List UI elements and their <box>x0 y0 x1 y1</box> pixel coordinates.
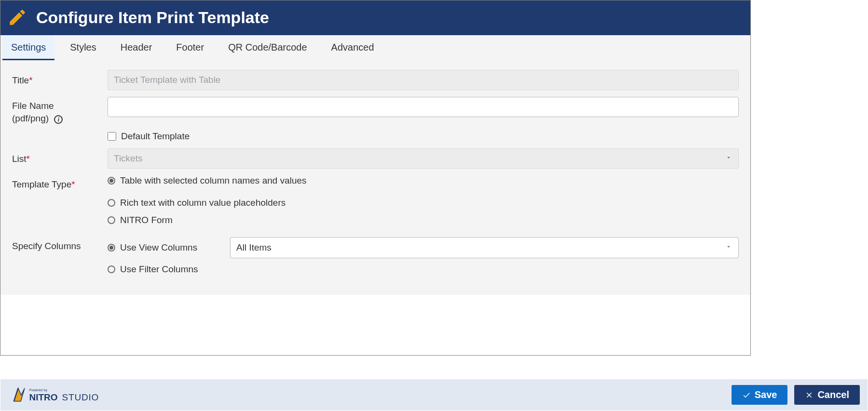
tab-bar: Settings Styles Header Footer QR Code/Ba… <box>0 35 750 60</box>
radio-icon <box>108 265 115 273</box>
tab-styles[interactable]: Styles <box>61 35 105 60</box>
sc-option-label: Use Filter Columns <box>120 264 198 275</box>
pencil-icon <box>7 7 27 27</box>
required-marker: * <box>29 75 32 85</box>
label-filename: File Name (pdf/png) i <box>12 97 108 124</box>
tab-footer[interactable]: Footer <box>167 35 213 60</box>
tt-option-label: Rich text with column value placeholders <box>120 198 285 208</box>
row-template-type: Template Type* Table with selected colum… <box>12 175 739 230</box>
label-filename-l2: (pdf/png) <box>12 113 49 123</box>
label-specify-columns: Specify Columns <box>12 237 108 252</box>
default-template-input[interactable] <box>108 132 116 141</box>
label-template-type: Template Type* <box>12 175 108 191</box>
dialog-header: Configure Item Print Template <box>0 0 750 35</box>
tt-option-table[interactable]: Table with selected column names and val… <box>108 175 739 186</box>
sc-option-filter[interactable]: Use Filter Columns <box>108 264 739 275</box>
label-title-text: Title <box>12 75 29 85</box>
radio-icon <box>108 177 115 185</box>
required-marker: * <box>27 154 30 164</box>
tab-qrcode[interactable]: QR Code/Barcode <box>219 35 315 60</box>
radio-icon <box>108 199 115 207</box>
required-marker: * <box>71 179 75 189</box>
default-template-checkbox[interactable]: Default Template <box>108 131 739 142</box>
tab-advanced[interactable]: Advanced <box>323 35 383 60</box>
row-title: Title* <box>12 70 739 90</box>
view-columns-select[interactable]: All Items <box>230 237 739 258</box>
label-filename-l1: File Name <box>12 101 54 111</box>
tab-header[interactable]: Header <box>112 35 161 60</box>
row-default-template: Default Template <box>12 131 739 142</box>
info-icon[interactable]: i <box>54 115 63 124</box>
tab-settings[interactable]: Settings <box>2 35 54 60</box>
radio-icon <box>108 244 115 252</box>
filename-input[interactable] <box>108 97 739 117</box>
page-title: Configure Item Print Template <box>36 8 269 27</box>
tt-option-label: NITRO Form <box>120 215 173 225</box>
sc-option-view[interactable]: Use View Columns <box>108 242 219 253</box>
default-template-label: Default Template <box>121 131 190 142</box>
settings-panel: Title* File Name (pdf/png) i Default Tem… <box>0 60 750 295</box>
tt-option-richtext[interactable]: Rich text with column value placeholders <box>108 198 739 208</box>
radio-icon <box>108 216 115 224</box>
label-title: Title* <box>12 73 108 87</box>
row-list: List* Tickets <box>12 148 739 169</box>
title-input[interactable] <box>108 70 739 90</box>
label-template-type-text: Template Type <box>12 179 71 189</box>
label-list-text: List <box>12 154 27 164</box>
sc-option-label: Use View Columns <box>120 242 197 253</box>
row-filename: File Name (pdf/png) i <box>12 97 739 124</box>
row-specify-columns: Specify Columns Use View Columns All Ite… <box>12 237 739 279</box>
label-list: List* <box>12 152 108 165</box>
tt-option-nitroform[interactable]: NITRO Form <box>108 215 739 225</box>
list-select[interactable]: Tickets <box>108 148 739 169</box>
tt-option-label: Table with selected column names and val… <box>120 175 307 186</box>
